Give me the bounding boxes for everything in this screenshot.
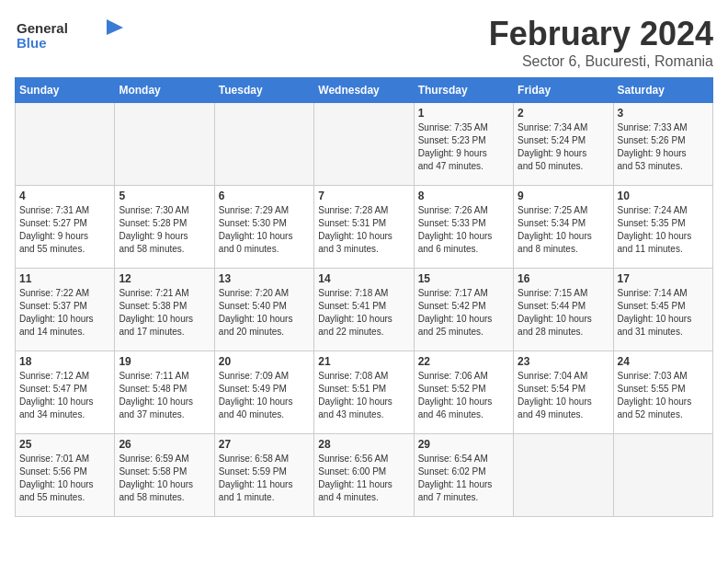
day-content: Sunrise: 7:08 AMSunset: 5:51 PMDaylight:… [318, 370, 409, 421]
day-content: Sunrise: 7:14 AMSunset: 5:45 PMDaylight:… [618, 287, 709, 339]
day-number: 28 [318, 438, 409, 451]
day-content: Sunrise: 6:58 AMSunset: 5:59 PMDaylight:… [219, 453, 310, 504]
calendar-cell: 8Sunrise: 7:26 AMSunset: 5:33 PMDaylight… [414, 186, 513, 269]
svg-text:General: General [17, 20, 68, 36]
calendar-cell: 23Sunrise: 7:04 AMSunset: 5:54 PMDayligh… [514, 351, 613, 434]
calendar-cell: 28Sunrise: 6:56 AMSunset: 6:00 PMDayligh… [314, 434, 414, 517]
calendar-cell [514, 434, 613, 517]
day-content: Sunrise: 7:17 AMSunset: 5:42 PMDaylight:… [418, 287, 509, 339]
day-header-tuesday: Tuesday [214, 78, 313, 103]
day-content: Sunrise: 7:15 AMSunset: 5:44 PMDaylight:… [518, 287, 609, 339]
calendar-cell: 14Sunrise: 7:18 AMSunset: 5:41 PMDayligh… [314, 269, 414, 351]
day-number: 7 [318, 190, 409, 202]
calendar-cell: 21Sunrise: 7:08 AMSunset: 5:51 PMDayligh… [314, 351, 414, 434]
page-subtitle: Sector 6, Bucuresti, Romania [489, 53, 713, 70]
calendar-cell: 10Sunrise: 7:24 AMSunset: 5:35 PMDayligh… [613, 186, 712, 269]
day-number: 1 [418, 107, 509, 120]
day-content: Sunrise: 7:18 AMSunset: 5:41 PMDaylight:… [318, 287, 409, 339]
day-content: Sunrise: 7:34 AMSunset: 5:24 PMDaylight:… [518, 121, 609, 173]
calendar-cell: 5Sunrise: 7:30 AMSunset: 5:28 PMDaylight… [115, 186, 214, 269]
day-number: 18 [19, 355, 110, 368]
day-number: 12 [119, 272, 210, 285]
day-number: 15 [418, 272, 509, 285]
day-number: 22 [418, 355, 509, 368]
day-content: Sunrise: 7:22 AMSunset: 5:37 PMDaylight:… [19, 287, 110, 339]
svg-text:Blue: Blue [17, 35, 47, 51]
calendar-cell: 26Sunrise: 6:59 AMSunset: 5:58 PMDayligh… [115, 434, 214, 517]
calendar-cell: 15Sunrise: 7:17 AMSunset: 5:42 PMDayligh… [414, 269, 513, 351]
day-content: Sunrise: 7:09 AMSunset: 5:49 PMDaylight:… [219, 370, 310, 421]
calendar-header-row: SundayMondayTuesdayWednesdayThursdayFrid… [16, 78, 713, 103]
calendar-cell [314, 103, 414, 186]
calendar-cell: 11Sunrise: 7:22 AMSunset: 5:37 PMDayligh… [16, 269, 115, 351]
day-content: Sunrise: 7:01 AMSunset: 5:56 PMDaylight:… [19, 453, 110, 504]
day-number: 11 [19, 272, 110, 285]
day-number: 4 [19, 190, 110, 202]
title-area: February 2024 Sector 6, Bucuresti, Roman… [489, 15, 713, 70]
calendar-cell: 13Sunrise: 7:20 AMSunset: 5:40 PMDayligh… [214, 269, 313, 351]
calendar-table: SundayMondayTuesdayWednesdayThursdayFrid… [15, 77, 713, 517]
day-content: Sunrise: 7:35 AMSunset: 5:23 PMDaylight:… [418, 121, 509, 173]
day-content: Sunrise: 7:33 AMSunset: 5:26 PMDaylight:… [618, 121, 709, 173]
calendar-cell: 20Sunrise: 7:09 AMSunset: 5:49 PMDayligh… [214, 351, 313, 434]
calendar-cell [613, 434, 712, 517]
day-number: 29 [418, 438, 509, 451]
day-number: 26 [119, 438, 210, 451]
calendar-cell: 7Sunrise: 7:28 AMSunset: 5:31 PMDaylight… [314, 186, 414, 269]
calendar-cell: 9Sunrise: 7:25 AMSunset: 5:34 PMDaylight… [514, 186, 613, 269]
day-content: Sunrise: 7:31 AMSunset: 5:27 PMDaylight:… [19, 204, 110, 256]
calendar-body: 1Sunrise: 7:35 AMSunset: 5:23 PMDaylight… [16, 103, 713, 517]
calendar-cell: 27Sunrise: 6:58 AMSunset: 5:59 PMDayligh… [214, 434, 313, 517]
day-number: 25 [19, 438, 110, 451]
day-number: 16 [518, 272, 609, 285]
day-content: Sunrise: 7:20 AMSunset: 5:40 PMDaylight:… [219, 287, 310, 339]
day-content: Sunrise: 7:21 AMSunset: 5:38 PMDaylight:… [119, 287, 210, 339]
day-content: Sunrise: 7:06 AMSunset: 5:52 PMDaylight:… [418, 370, 509, 421]
calendar-cell: 18Sunrise: 7:12 AMSunset: 5:47 PMDayligh… [16, 351, 115, 434]
day-content: Sunrise: 7:03 AMSunset: 5:55 PMDaylight:… [618, 370, 709, 421]
day-header-saturday: Saturday [613, 78, 712, 103]
day-number: 14 [318, 272, 409, 285]
day-header-wednesday: Wednesday [314, 78, 414, 103]
calendar-cell: 1Sunrise: 7:35 AMSunset: 5:23 PMDaylight… [414, 103, 513, 186]
day-content: Sunrise: 7:26 AMSunset: 5:33 PMDaylight:… [418, 204, 509, 256]
day-number: 19 [119, 355, 210, 368]
day-number: 20 [219, 355, 310, 368]
calendar-cell [214, 103, 313, 186]
logo: General Blue [15, 15, 125, 52]
calendar-cell: 16Sunrise: 7:15 AMSunset: 5:44 PMDayligh… [514, 269, 613, 351]
calendar-cell: 6Sunrise: 7:29 AMSunset: 5:30 PMDaylight… [214, 186, 313, 269]
calendar-cell: 17Sunrise: 7:14 AMSunset: 5:45 PMDayligh… [613, 269, 712, 351]
calendar-cell: 2Sunrise: 7:34 AMSunset: 5:24 PMDaylight… [514, 103, 613, 186]
day-header-friday: Friday [514, 78, 613, 103]
day-content: Sunrise: 7:30 AMSunset: 5:28 PMDaylight:… [119, 204, 210, 256]
day-content: Sunrise: 7:25 AMSunset: 5:34 PMDaylight:… [518, 204, 609, 256]
day-number: 5 [119, 190, 210, 202]
page-header: General Blue February 2024 Sector 6, Buc… [15, 15, 713, 70]
day-content: Sunrise: 7:28 AMSunset: 5:31 PMDaylight:… [318, 204, 409, 256]
calendar-cell [115, 103, 214, 186]
day-number: 21 [318, 355, 409, 368]
day-number: 6 [219, 190, 310, 202]
calendar-week-3: 11Sunrise: 7:22 AMSunset: 5:37 PMDayligh… [16, 269, 713, 351]
calendar-cell: 12Sunrise: 7:21 AMSunset: 5:38 PMDayligh… [115, 269, 214, 351]
calendar-cell: 25Sunrise: 7:01 AMSunset: 5:56 PMDayligh… [16, 434, 115, 517]
page-title: February 2024 [489, 15, 713, 53]
day-content: Sunrise: 7:24 AMSunset: 5:35 PMDaylight:… [618, 204, 709, 256]
calendar-cell: 24Sunrise: 7:03 AMSunset: 5:55 PMDayligh… [613, 351, 712, 434]
day-content: Sunrise: 6:59 AMSunset: 5:58 PMDaylight:… [119, 453, 210, 504]
calendar-cell [16, 103, 115, 186]
day-number: 23 [518, 355, 609, 368]
calendar-cell: 29Sunrise: 6:54 AMSunset: 6:02 PMDayligh… [414, 434, 513, 517]
day-header-sunday: Sunday [16, 78, 115, 103]
day-number: 24 [618, 355, 709, 368]
svg-marker-2 [107, 19, 123, 35]
calendar-week-5: 25Sunrise: 7:01 AMSunset: 5:56 PMDayligh… [16, 434, 713, 517]
day-number: 17 [618, 272, 709, 285]
day-header-monday: Monday [115, 78, 214, 103]
day-content: Sunrise: 7:12 AMSunset: 5:47 PMDaylight:… [19, 370, 110, 421]
day-number: 13 [219, 272, 310, 285]
day-number: 9 [518, 190, 609, 202]
calendar-cell: 4Sunrise: 7:31 AMSunset: 5:27 PMDaylight… [16, 186, 115, 269]
calendar-week-1: 1Sunrise: 7:35 AMSunset: 5:23 PMDaylight… [16, 103, 713, 186]
